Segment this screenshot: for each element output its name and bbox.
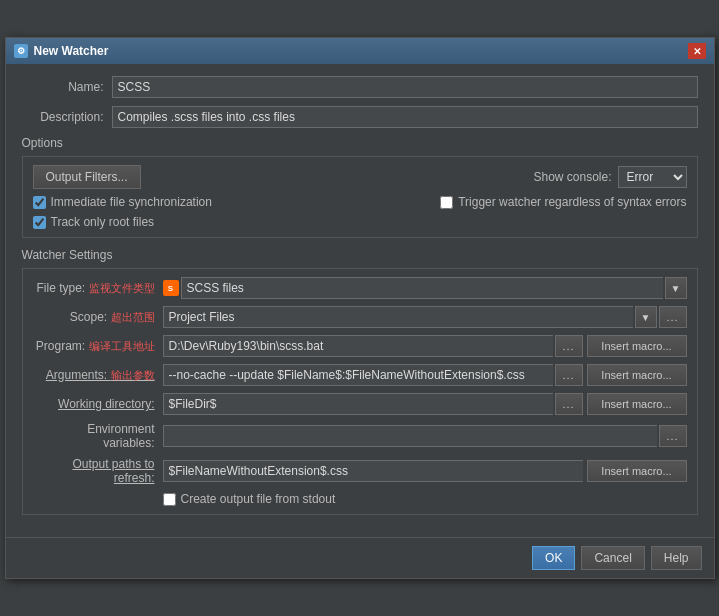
immediate-sync-row: Immediate file synchronization bbox=[33, 195, 212, 209]
dialog-title: New Watcher bbox=[34, 44, 109, 58]
create-output-row: Create output file from stdout bbox=[33, 492, 687, 506]
arguments-row: Arguments: 输出参数 ... Insert macro... bbox=[33, 364, 687, 386]
options-left: Output Filters... bbox=[33, 165, 141, 189]
dialog-body: Name: Description: Options Output Filter… bbox=[6, 64, 714, 537]
watcher-section: File type: 监视文件类型 S ▼ Scope: 超出范围 ▼ ... bbox=[22, 268, 698, 515]
options-top-row: Output Filters... Show console: Error Al… bbox=[33, 165, 687, 189]
program-input[interactable] bbox=[163, 335, 553, 357]
program-label: Program: 编译工具地址 bbox=[33, 339, 163, 354]
program-combo: ... bbox=[163, 335, 583, 357]
output-filters-button[interactable]: Output Filters... bbox=[33, 165, 141, 189]
file-type-row: File type: 监视文件类型 S ▼ bbox=[33, 277, 687, 299]
scope-red-label: 超出范围 bbox=[111, 311, 155, 323]
env-vars-combo: ... bbox=[163, 425, 687, 447]
scope-dots-btn[interactable]: ... bbox=[659, 306, 687, 328]
scope-label: Scope: 超出范围 bbox=[33, 310, 163, 325]
file-type-label: File type: 监视文件类型 bbox=[33, 281, 163, 296]
env-vars-row: Environment variables: ... bbox=[33, 422, 687, 450]
track-root-row: Track only root files bbox=[33, 215, 687, 229]
arguments-label: Arguments: 输出参数 bbox=[33, 368, 163, 383]
env-vars-label: Environment variables: bbox=[33, 422, 163, 450]
options-check-row1: Immediate file synchronization Trigger w… bbox=[33, 195, 687, 209]
dialog-icon: ⚙ bbox=[14, 44, 28, 58]
options-section-label: Options bbox=[22, 136, 698, 150]
scope-dropdown-btn[interactable]: ▼ bbox=[635, 306, 657, 328]
arguments-dots-btn[interactable]: ... bbox=[555, 364, 583, 386]
create-output-label: Create output file from stdout bbox=[181, 492, 336, 506]
program-insert-macro-btn[interactable]: Insert macro... bbox=[587, 335, 687, 357]
output-paths-row: Output paths to refresh: Insert macro... bbox=[33, 457, 687, 485]
output-paths-insert-macro-btn[interactable]: Insert macro... bbox=[587, 460, 687, 482]
arguments-insert-macro-btn[interactable]: Insert macro... bbox=[587, 364, 687, 386]
name-label: Name: bbox=[22, 80, 112, 94]
new-watcher-dialog: ⚙ New Watcher ✕ Name: Description: Optio… bbox=[5, 37, 715, 579]
working-dir-input[interactable] bbox=[163, 393, 553, 415]
track-root-checkbox[interactable] bbox=[33, 216, 46, 229]
options-section: Output Filters... Show console: Error Al… bbox=[22, 156, 698, 238]
show-console-label: Show console: bbox=[533, 170, 611, 184]
ok-button[interactable]: OK bbox=[532, 546, 575, 570]
file-type-input[interactable] bbox=[181, 277, 663, 299]
immediate-sync-label: Immediate file synchronization bbox=[51, 195, 212, 209]
name-row: Name: bbox=[22, 76, 698, 98]
arguments-combo: ... bbox=[163, 364, 583, 386]
show-console-select[interactable]: Error Always Never bbox=[618, 166, 687, 188]
scope-row: Scope: 超出范围 ▼ ... bbox=[33, 306, 687, 328]
cancel-button[interactable]: Cancel bbox=[581, 546, 644, 570]
program-dots-btn[interactable]: ... bbox=[555, 335, 583, 357]
scss-file-icon: S bbox=[163, 280, 179, 296]
watcher-section-label: Watcher Settings bbox=[22, 248, 698, 262]
options-right: Show console: Error Always Never bbox=[533, 166, 686, 188]
close-button[interactable]: ✕ bbox=[688, 43, 706, 59]
title-bar: ⚙ New Watcher ✕ bbox=[6, 38, 714, 64]
scope-input[interactable] bbox=[163, 306, 633, 328]
working-dir-combo: ... bbox=[163, 393, 583, 415]
output-paths-input[interactable] bbox=[163, 460, 583, 482]
description-input[interactable] bbox=[112, 106, 698, 128]
help-button[interactable]: Help bbox=[651, 546, 702, 570]
dialog-footer: OK Cancel Help bbox=[6, 537, 714, 578]
env-vars-input[interactable] bbox=[163, 425, 657, 447]
program-row: Program: 编译工具地址 ... Insert macro... bbox=[33, 335, 687, 357]
name-input[interactable] bbox=[112, 76, 698, 98]
trigger-watcher-checkbox[interactable] bbox=[440, 196, 453, 209]
title-bar-left: ⚙ New Watcher bbox=[14, 44, 109, 58]
immediate-sync-checkbox[interactable] bbox=[33, 196, 46, 209]
file-type-dropdown-btn[interactable]: ▼ bbox=[665, 277, 687, 299]
working-dir-insert-macro-btn[interactable]: Insert macro... bbox=[587, 393, 687, 415]
output-paths-label: Output paths to refresh: bbox=[33, 457, 163, 485]
arguments-input[interactable] bbox=[163, 364, 553, 386]
env-vars-dots-btn[interactable]: ... bbox=[659, 425, 687, 447]
working-dir-row: Working directory: ... Insert macro... bbox=[33, 393, 687, 415]
description-label: Description: bbox=[22, 110, 112, 124]
program-red-label: 编译工具地址 bbox=[89, 340, 155, 352]
working-dir-dots-btn[interactable]: ... bbox=[555, 393, 583, 415]
scope-combo: ▼ ... bbox=[163, 306, 687, 328]
trigger-watcher-label: Trigger watcher regardless of syntax err… bbox=[458, 195, 686, 209]
file-type-red-label: 监视文件类型 bbox=[89, 282, 155, 294]
arguments-red-label: 输出参数 bbox=[111, 369, 155, 381]
working-dir-label: Working directory: bbox=[33, 397, 163, 411]
description-row: Description: bbox=[22, 106, 698, 128]
track-root-label: Track only root files bbox=[51, 215, 155, 229]
trigger-watcher-row: Trigger watcher regardless of syntax err… bbox=[440, 195, 686, 209]
create-output-checkbox[interactable] bbox=[163, 493, 176, 506]
file-type-combo: S ▼ bbox=[163, 277, 687, 299]
output-paths-combo bbox=[163, 460, 583, 482]
